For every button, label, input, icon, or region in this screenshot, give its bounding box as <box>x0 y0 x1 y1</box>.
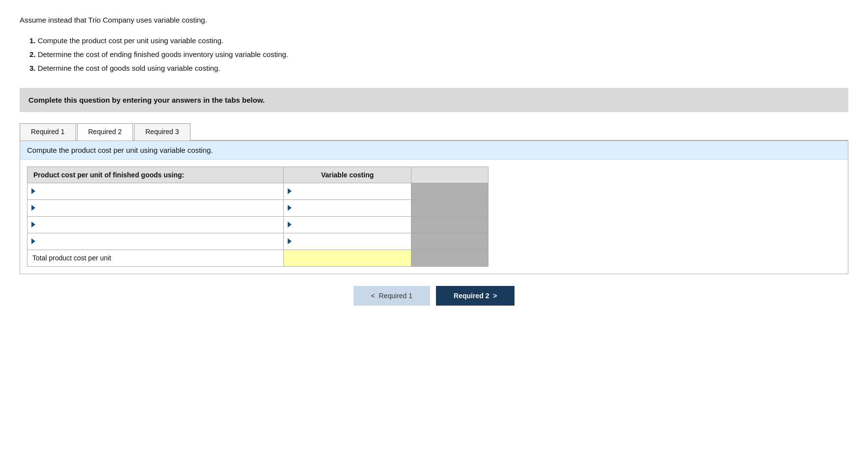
row-4-var-input[interactable] <box>284 233 411 250</box>
arrow-icon-2b <box>288 205 292 211</box>
total-var-input[interactable] <box>284 250 411 266</box>
intro-item-1: 1. Compute the product cost per unit usi… <box>29 35 848 47</box>
nav-buttons: < Required 1 Required 2 > <box>20 286 848 306</box>
row-4-name-cell[interactable] <box>27 233 284 250</box>
row-3-var-input[interactable] <box>284 217 411 233</box>
row-1-name-cell[interactable] <box>27 183 284 199</box>
col-header-empty <box>411 167 488 183</box>
arrow-icon-2 <box>31 205 35 211</box>
tab-required-3[interactable]: Required 3 <box>134 123 190 141</box>
col-header-variable: Variable costing <box>283 167 411 183</box>
total-label: Total product cost per unit <box>27 250 284 266</box>
total-row: Total product cost per unit <box>27 250 488 266</box>
prev-button[interactable]: < Required 1 <box>353 286 430 306</box>
prev-label: Required 1 <box>379 292 413 300</box>
arrow-icon-3b <box>288 222 292 227</box>
arrow-icon-3 <box>31 222 35 227</box>
arrow-icon-4 <box>31 238 35 244</box>
row-3-name-cell[interactable] <box>27 216 284 233</box>
col-header-name: Product cost per unit of finished goods … <box>27 167 284 183</box>
prev-icon: < <box>371 292 375 300</box>
intro-item-3: 3. Determine the cost of goods sold usin… <box>29 62 848 74</box>
row-2-var-input[interactable] <box>284 200 411 216</box>
table-row <box>27 183 488 199</box>
row-4-name-input[interactable] <box>27 233 283 250</box>
tab-required-1[interactable]: Required 1 <box>20 123 76 141</box>
row-1-var-input[interactable] <box>284 183 411 199</box>
arrow-icon-1b <box>288 188 292 194</box>
intro-list: 1. Compute the product cost per unit usi… <box>29 35 848 74</box>
total-var-cell[interactable] <box>283 250 411 266</box>
row-2-gray-cell <box>411 199 488 216</box>
row-3-var-cell[interactable] <box>283 216 411 233</box>
table-row <box>27 216 488 233</box>
tab-content: Compute the product cost per unit using … <box>20 141 848 274</box>
next-icon: > <box>493 292 497 300</box>
product-cost-table: Product cost per unit of finished goods … <box>27 167 488 267</box>
row-4-var-cell[interactable] <box>283 233 411 250</box>
row-3-name-input[interactable] <box>27 217 283 233</box>
tab-instruction: Compute the product cost per unit using … <box>20 141 848 160</box>
intro-item-2: 2. Determine the cost of ending finished… <box>29 49 848 60</box>
instruction-box: Complete this question by entering your … <box>20 88 848 112</box>
arrow-icon-4b <box>288 238 292 244</box>
row-1-name-input[interactable] <box>27 183 283 199</box>
table-row <box>27 233 488 250</box>
next-label: Required 2 <box>454 292 489 300</box>
total-gray-cell <box>411 250 488 266</box>
table-row <box>27 199 488 216</box>
row-1-var-cell[interactable] <box>283 183 411 199</box>
row-4-gray-cell <box>411 233 488 250</box>
intro-opening: Assume instead that Trio Company uses va… <box>20 15 848 26</box>
row-2-var-cell[interactable] <box>283 199 411 216</box>
tabs-container: Required 1 Required 2 Required 3 <box>20 123 848 141</box>
next-button[interactable]: Required 2 > <box>436 286 515 306</box>
row-3-gray-cell <box>411 216 488 233</box>
tab-required-2[interactable]: Required 2 <box>77 123 134 141</box>
arrow-icon-1 <box>31 188 35 194</box>
row-2-name-input[interactable] <box>27 200 283 216</box>
row-1-gray-cell <box>411 183 488 199</box>
row-2-name-cell[interactable] <box>27 199 284 216</box>
table-wrapper: Product cost per unit of finished goods … <box>20 160 848 274</box>
